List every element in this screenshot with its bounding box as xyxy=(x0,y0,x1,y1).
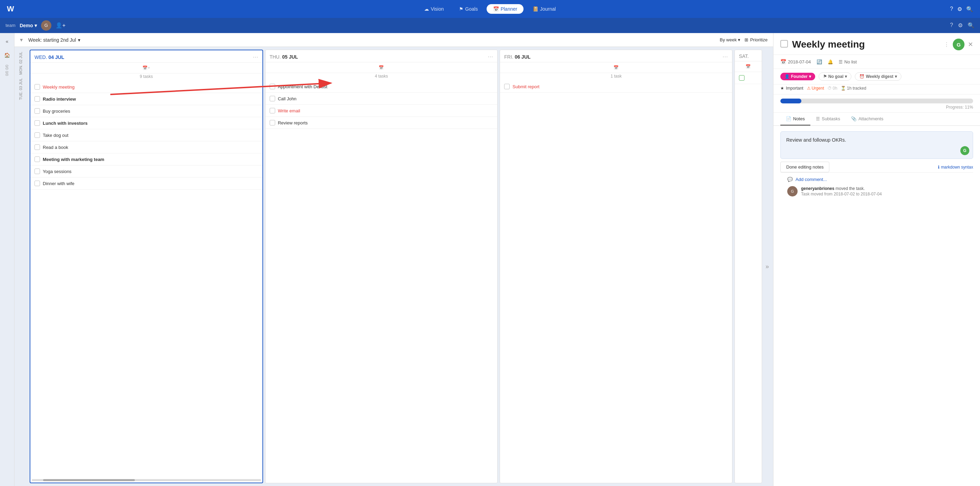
refresh-icon: 🔄 xyxy=(816,59,822,64)
task-item[interactable]: Radio interview xyxy=(30,93,262,105)
important-badge[interactable]: ★ Important xyxy=(780,86,803,91)
column-thu-menu-icon[interactable]: ⋯ xyxy=(488,53,493,60)
task-checkbox[interactable] xyxy=(35,145,40,150)
detail-tags-row: 👤 Founder ▾ ⚑ No goal ▾ ⏰ Weekly digest … xyxy=(773,69,980,84)
scroll-indicator-wed xyxy=(32,479,261,481)
task-text: Radio interview xyxy=(43,97,76,102)
task-item[interactable]: Take dog out xyxy=(30,129,262,141)
digest-tag[interactable]: ⏰ Weekly digest ▾ xyxy=(855,72,901,81)
week-selector[interactable]: Week: starting 2nd Jul ▾ xyxy=(28,37,80,43)
nav-goals[interactable]: ⚑ Goals xyxy=(453,4,484,14)
team-name-selector[interactable]: Demo ▾ xyxy=(20,23,37,28)
side-date-tue[interactable]: TUE. 03 JUL xyxy=(18,77,24,101)
task-item[interactable]: Review reports xyxy=(266,117,498,129)
urgent-badge[interactable]: ⚠ Urgent xyxy=(807,86,824,91)
task-checkbox[interactable] xyxy=(270,84,275,89)
progress-bar[interactable] xyxy=(780,98,973,103)
help-icon[interactable]: ? xyxy=(950,6,953,12)
nav-planner[interactable]: 📅 Planner xyxy=(487,4,523,14)
task-checkbox[interactable] xyxy=(739,75,745,81)
notes-editor[interactable]: Review and followup OKRs. G xyxy=(780,131,973,159)
task-item[interactable]: Call John xyxy=(266,93,498,105)
task-checkbox[interactable] xyxy=(35,96,40,102)
scroll-thumb xyxy=(43,479,135,481)
task-item[interactable]: Yoga sessions xyxy=(30,165,262,178)
nav-links: ☁ Vision ⚑ Goals 📅 Planner 📔 Journal xyxy=(418,4,562,14)
task-checkbox[interactable] xyxy=(35,108,40,114)
task-item[interactable]: Lunch with investors xyxy=(30,117,262,129)
task-item[interactable]: Write email xyxy=(266,105,498,117)
markdown-syntax-link[interactable]: ℹ markdown syntax xyxy=(938,165,973,170)
task-checkbox[interactable] xyxy=(35,181,40,186)
meta-notify[interactable]: 🔔 xyxy=(827,59,833,64)
prioritize-button[interactable]: ⊞ Prioritize xyxy=(745,37,768,42)
user-avatar[interactable]: G xyxy=(41,20,51,31)
search-icon[interactable]: 🔍 xyxy=(966,6,973,13)
role-tag[interactable]: 👤 Founder ▾ xyxy=(780,73,815,80)
task-item[interactable]: Meeting with marketing team xyxy=(30,153,262,165)
top-navigation: W ☁ Vision ⚑ Goals 📅 Planner 📔 Journal ?… xyxy=(0,0,980,18)
add-task-sat[interactable]: 📅 xyxy=(735,61,762,72)
tracked-badge[interactable]: ⏳ 1h tracked xyxy=(841,86,866,91)
goal-tag[interactable]: ⚑ No goal ▾ xyxy=(819,72,851,81)
task-checkbox[interactable] xyxy=(270,108,275,113)
task-checkbox[interactable] xyxy=(35,168,40,174)
sidebar-collapse-icon[interactable]: « xyxy=(2,36,13,47)
task-item[interactable]: Weekly meeting xyxy=(30,81,262,93)
help-circle-icon[interactable]: ? xyxy=(950,22,953,29)
add-task-thu[interactable]: 📅 xyxy=(266,62,498,73)
goals-icon: ⚑ xyxy=(459,6,463,12)
tab-notes[interactable]: 📄 Notes xyxy=(780,113,810,125)
time-badge[interactable]: ⏱ 0h xyxy=(827,86,837,91)
task-item[interactable]: Read a book xyxy=(30,141,262,153)
side-date-mon[interactable]: MON. 02 JUL xyxy=(18,50,24,76)
add-task-wed[interactable]: 📅+ xyxy=(30,63,262,73)
detail-more-icon[interactable]: ⋮ xyxy=(944,41,949,48)
column-thu: THU. 05 JUL ⋯ 📅 4 tasks Appointment with… xyxy=(265,50,498,483)
tab-attachments[interactable]: 📎 Attachments xyxy=(846,113,889,125)
done-editing-button[interactable]: Done editing notes xyxy=(780,162,829,172)
task-item[interactable]: Submit report xyxy=(500,81,732,93)
task-item[interactable]: Buy groceries xyxy=(30,105,262,117)
column-fri-menu-icon[interactable]: ⋯ xyxy=(722,53,728,60)
app-logo[interactable]: W xyxy=(7,5,14,13)
task-item[interactable]: Appointment with Dentist xyxy=(266,81,498,93)
expand-columns-icon[interactable]: » xyxy=(764,50,770,483)
second-navigation: team Demo ▾ G 👤+ ? ⚙ 🔍 xyxy=(0,18,980,33)
sidebar-home-icon[interactable]: 🏠 xyxy=(2,50,13,61)
nav-vision[interactable]: ☁ Vision xyxy=(418,4,450,14)
task-checkbox[interactable] xyxy=(35,120,40,126)
task-checkbox[interactable] xyxy=(270,120,275,125)
subtasks-tab-icon: ☰ xyxy=(816,116,820,121)
time-icon: ⏱ xyxy=(827,86,832,91)
tab-subtasks[interactable]: ☰ Subtasks xyxy=(810,113,846,125)
task-checkbox[interactable] xyxy=(35,84,40,90)
task-item[interactable]: Dinner with wife xyxy=(30,178,262,190)
column-wed-menu-icon[interactable]: ⋯ xyxy=(253,54,258,60)
task-checkbox[interactable] xyxy=(504,84,510,89)
add-comment-button[interactable]: 💬 Add comment... xyxy=(787,177,966,182)
filter2-icon[interactable]: ⚙ xyxy=(958,22,963,29)
add-task-sat-icon: 📅 xyxy=(746,64,751,69)
detail-user-avatar[interactable]: G xyxy=(953,39,964,50)
filter-icon[interactable]: ⚙ xyxy=(957,6,962,13)
task-checkbox[interactable] xyxy=(35,132,40,138)
nav-journal[interactable]: 📔 Journal xyxy=(526,4,562,14)
meta-date[interactable]: 📅 2018-07-04 xyxy=(780,59,811,64)
add-task-fri[interactable]: 📅 xyxy=(500,62,732,73)
task-item[interactable] xyxy=(735,72,762,84)
add-task-fri-icon: 📅 xyxy=(613,65,619,70)
by-week-button[interactable]: By week ▾ xyxy=(720,37,740,42)
column-sat-title: SAT. xyxy=(739,53,749,59)
task-checkbox[interactable] xyxy=(35,156,40,162)
column-wed-title: WED. 04 JUL xyxy=(35,54,64,60)
add-user-icon[interactable]: 👤+ xyxy=(56,22,65,29)
comment-body: generyanbriones moved the task. Task mov… xyxy=(801,186,882,197)
meta-no-list[interactable]: ☰ No list xyxy=(838,59,857,64)
task-checkbox[interactable] xyxy=(270,96,275,101)
search2-icon[interactable]: 🔍 xyxy=(967,22,974,29)
collapse-icon[interactable]: ▾ xyxy=(20,37,23,43)
detail-task-checkbox[interactable] xyxy=(780,40,788,48)
meta-refresh[interactable]: 🔄 xyxy=(816,59,822,64)
detail-close-button[interactable]: ✕ xyxy=(968,41,973,48)
